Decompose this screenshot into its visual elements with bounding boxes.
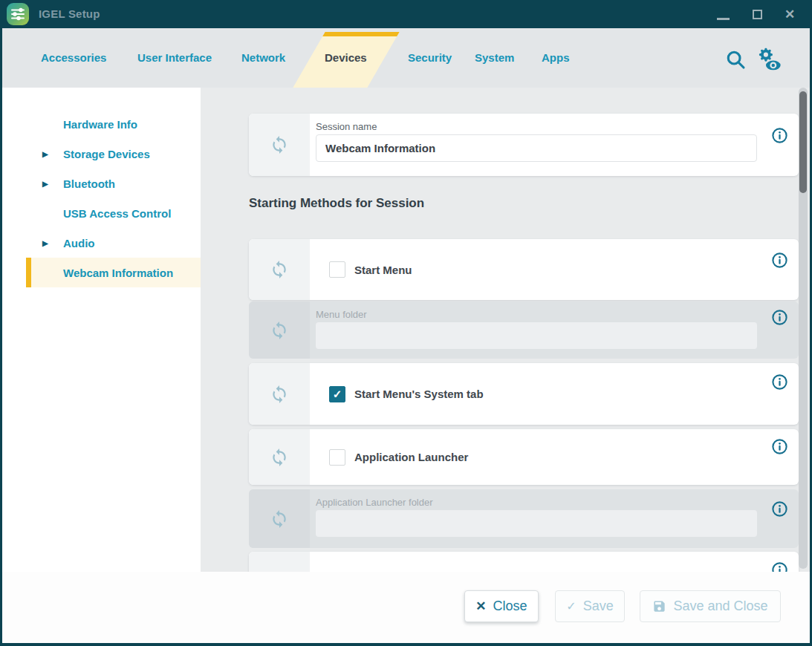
system-tab-body: ✓ Start Menu's System tab [310,363,799,425]
save-floppy-icon [652,599,666,613]
menu-folder-label: Menu folder [316,309,799,320]
footer: ✕ Close ✓ Save Save and Close [2,572,810,643]
igel-app-icon [7,3,29,25]
sidebar-item-label: Webcam Information [63,267,173,279]
reset-to-default-icon [270,135,289,154]
application-launcher-label: Application Launcher [354,451,468,463]
start-menu-label: Start Menu [354,264,412,276]
tab-system[interactable]: System [475,51,514,64]
menu-folder-body: Menu folder [310,301,799,359]
reset-strip[interactable] [249,429,310,485]
minimize-icon [717,18,730,20]
reset-to-default-icon [270,260,289,279]
application-launcher-folder-input[interactable] [316,510,757,537]
next-setting-body [310,552,799,572]
maximize-button[interactable] [744,0,770,28]
application-launcher-folder-card: Application Launcher folder [249,489,799,548]
application-launcher-checkbox[interactable] [329,449,345,466]
tab-network[interactable]: Network [241,51,285,64]
info-icon[interactable] [771,373,788,391]
tab-bar: Accessories User Interface Network Devic… [2,28,810,88]
session-name-body: Session name [310,114,799,176]
maximize-icon [753,10,762,19]
sidebar-item-webcam-information[interactable]: Webcam Information [26,258,201,287]
session-name-label: Session name [316,121,799,132]
session-name-input[interactable] [316,134,757,162]
reset-to-default-icon [270,509,289,529]
save-and-close-button-label: Save and Close [673,598,767,614]
sidebar-item-usb-access-control[interactable]: USB Access Control [26,198,201,228]
reset-strip[interactable] [249,552,310,572]
titlebar: IGEL Setup ✕ [0,0,812,28]
sidebar-item-bluetooth[interactable]: ▶ Bluetooth [26,169,201,198]
info-icon[interactable] [771,252,788,269]
minimize-button[interactable] [710,0,735,28]
save-and-close-button[interactable]: Save and Close [640,590,781,622]
application-launcher-card: Application Launcher [249,429,799,485]
settings-panel: Session name Starting Methods for Sessio… [201,88,810,572]
save-button-label: Save [583,598,614,614]
reset-to-default-icon [270,385,289,404]
start-menu-body: Start Menu [310,239,799,300]
close-button-label: Close [493,598,527,614]
start-menu-card: Start Menu [249,239,799,300]
sidebar-item-audio[interactable]: ▶ Audio [26,228,201,258]
next-setting-card-partial [249,552,799,572]
sidebar-list: Hardware Info ▶ Storage Devices ▶ Blueto… [2,109,201,287]
application-launcher-folder-label: Application Launcher folder [316,497,799,508]
info-icon[interactable] [771,127,788,144]
reset-strip[interactable] [249,301,310,359]
settings-visibility-icon[interactable] [755,46,783,73]
vertical-scrollbar[interactable] [799,88,808,569]
session-name-card: Session name [249,114,799,176]
reset-to-default-icon [270,448,289,467]
tab-security[interactable]: Security [408,51,452,64]
scrollbar-thumb[interactable] [799,91,807,193]
menu-folder-input[interactable] [316,322,757,349]
tab-apps[interactable]: Apps [542,51,570,64]
tab-accessories[interactable]: Accessories [41,51,106,64]
reset-to-default-icon [270,321,289,340]
sidebar-item-label: Storage Devices [63,148,150,160]
start-menu-checkbox[interactable] [329,261,345,278]
igel-setup-window: IGEL Setup ✕ Accessories User Interface … [0,0,812,646]
sidebar: Hardware Info ▶ Storage Devices ▶ Blueto… [2,88,201,572]
search-icon[interactable] [724,48,747,71]
system-tab-card: ✓ Start Menu's System tab [249,363,799,425]
section-heading: Starting Methods for Session [249,196,424,211]
close-icon: ✕ [785,7,795,22]
info-icon[interactable] [771,500,788,518]
system-tab-label: Start Menu's System tab [354,388,484,400]
sidebar-item-label: USB Access Control [63,207,171,220]
application-launcher-body: Application Launcher [310,429,799,485]
save-check-icon: ✓ [566,599,576,613]
reset-strip[interactable] [249,489,310,548]
close-x-icon: ✕ [475,598,486,614]
application-launcher-folder-body: Application Launcher folder [310,489,799,548]
system-tab-checkbox[interactable]: ✓ [329,386,345,402]
info-icon[interactable] [771,561,788,572]
sidebar-item-label: Audio [63,237,95,249]
expand-arrow-icon[interactable]: ▶ [42,239,48,247]
sidebar-item-label: Hardware Info [63,118,137,131]
check-icon: ✓ [333,388,342,401]
sidebar-item-storage-devices[interactable]: ▶ Storage Devices [26,139,201,169]
expand-arrow-icon[interactable]: ▶ [42,150,48,158]
menu-folder-card: Menu folder [249,301,799,359]
close-button[interactable]: ✕ Close [464,590,539,622]
reset-strip[interactable] [249,239,310,300]
sidebar-item-label: Bluetooth [63,177,115,190]
expand-arrow-icon[interactable]: ▶ [42,180,48,188]
save-button[interactable]: ✓ Save [555,590,625,622]
reset-strip[interactable] [249,114,310,176]
tab-user-interface[interactable]: User Interface [137,51,212,64]
reset-strip[interactable] [249,363,310,425]
window-title: IGEL Setup [39,7,100,20]
info-icon[interactable] [771,438,788,455]
window-close-button[interactable]: ✕ [777,0,802,28]
info-icon[interactable] [771,309,788,326]
tab-devices[interactable]: Devices [325,51,367,64]
sidebar-item-hardware-info[interactable]: Hardware Info [26,109,201,139]
